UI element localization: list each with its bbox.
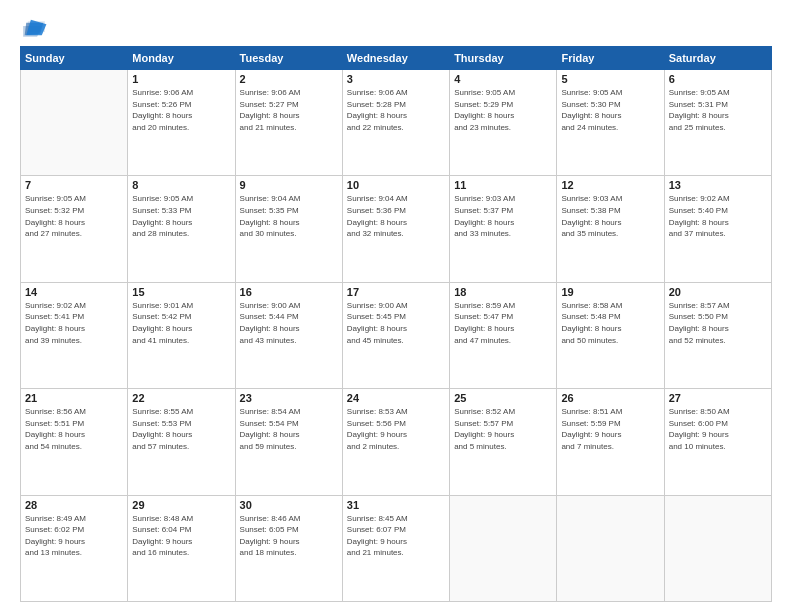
header	[20, 18, 772, 40]
calendar-day-cell: 4Sunrise: 9:05 AM Sunset: 5:29 PM Daylig…	[450, 70, 557, 176]
day-info: Sunrise: 8:51 AM Sunset: 5:59 PM Dayligh…	[561, 406, 659, 452]
weekday-header: Sunday	[21, 47, 128, 70]
day-info: Sunrise: 9:05 AM Sunset: 5:33 PM Dayligh…	[132, 193, 230, 239]
calendar-day-cell: 23Sunrise: 8:54 AM Sunset: 5:54 PM Dayli…	[235, 389, 342, 495]
calendar-day-cell: 18Sunrise: 8:59 AM Sunset: 5:47 PM Dayli…	[450, 282, 557, 388]
calendar-day-cell: 15Sunrise: 9:01 AM Sunset: 5:42 PM Dayli…	[128, 282, 235, 388]
page: SundayMondayTuesdayWednesdayThursdayFrid…	[0, 0, 792, 612]
day-info: Sunrise: 9:02 AM Sunset: 5:41 PM Dayligh…	[25, 300, 123, 346]
calendar-day-cell: 8Sunrise: 9:05 AM Sunset: 5:33 PM Daylig…	[128, 176, 235, 282]
calendar-week-row: 21Sunrise: 8:56 AM Sunset: 5:51 PM Dayli…	[21, 389, 772, 495]
day-number: 13	[669, 179, 767, 191]
day-info: Sunrise: 9:06 AM Sunset: 5:28 PM Dayligh…	[347, 87, 445, 133]
day-number: 9	[240, 179, 338, 191]
calendar-day-cell: 11Sunrise: 9:03 AM Sunset: 5:37 PM Dayli…	[450, 176, 557, 282]
weekday-header: Tuesday	[235, 47, 342, 70]
day-number: 11	[454, 179, 552, 191]
day-number: 29	[132, 499, 230, 511]
calendar-day-cell: 29Sunrise: 8:48 AM Sunset: 6:04 PM Dayli…	[128, 495, 235, 601]
calendar-week-row: 7Sunrise: 9:05 AM Sunset: 5:32 PM Daylig…	[21, 176, 772, 282]
day-info: Sunrise: 9:03 AM Sunset: 5:38 PM Dayligh…	[561, 193, 659, 239]
day-info: Sunrise: 8:50 AM Sunset: 6:00 PM Dayligh…	[669, 406, 767, 452]
calendar-header-row: SundayMondayTuesdayWednesdayThursdayFrid…	[21, 47, 772, 70]
day-number: 26	[561, 392, 659, 404]
calendar-week-row: 14Sunrise: 9:02 AM Sunset: 5:41 PM Dayli…	[21, 282, 772, 388]
day-info: Sunrise: 9:04 AM Sunset: 5:35 PM Dayligh…	[240, 193, 338, 239]
weekday-header: Thursday	[450, 47, 557, 70]
day-number: 31	[347, 499, 445, 511]
calendar-day-cell: 10Sunrise: 9:04 AM Sunset: 5:36 PM Dayli…	[342, 176, 449, 282]
weekday-header: Saturday	[664, 47, 771, 70]
day-info: Sunrise: 8:58 AM Sunset: 5:48 PM Dayligh…	[561, 300, 659, 346]
day-info: Sunrise: 8:52 AM Sunset: 5:57 PM Dayligh…	[454, 406, 552, 452]
day-number: 18	[454, 286, 552, 298]
calendar-day-cell: 6Sunrise: 9:05 AM Sunset: 5:31 PM Daylig…	[664, 70, 771, 176]
weekday-header: Monday	[128, 47, 235, 70]
day-number: 8	[132, 179, 230, 191]
day-info: Sunrise: 9:05 AM Sunset: 5:32 PM Dayligh…	[25, 193, 123, 239]
day-number: 7	[25, 179, 123, 191]
day-info: Sunrise: 9:01 AM Sunset: 5:42 PM Dayligh…	[132, 300, 230, 346]
calendar-week-row: 28Sunrise: 8:49 AM Sunset: 6:02 PM Dayli…	[21, 495, 772, 601]
day-info: Sunrise: 9:05 AM Sunset: 5:30 PM Dayligh…	[561, 87, 659, 133]
day-number: 23	[240, 392, 338, 404]
weekday-header: Wednesday	[342, 47, 449, 70]
day-info: Sunrise: 8:48 AM Sunset: 6:04 PM Dayligh…	[132, 513, 230, 559]
day-number: 25	[454, 392, 552, 404]
day-info: Sunrise: 8:57 AM Sunset: 5:50 PM Dayligh…	[669, 300, 767, 346]
calendar-day-cell: 14Sunrise: 9:02 AM Sunset: 5:41 PM Dayli…	[21, 282, 128, 388]
calendar-day-cell: 1Sunrise: 9:06 AM Sunset: 5:26 PM Daylig…	[128, 70, 235, 176]
calendar-table: SundayMondayTuesdayWednesdayThursdayFrid…	[20, 46, 772, 602]
day-info: Sunrise: 9:05 AM Sunset: 5:31 PM Dayligh…	[669, 87, 767, 133]
calendar-week-row: 1Sunrise: 9:06 AM Sunset: 5:26 PM Daylig…	[21, 70, 772, 176]
calendar-day-cell: 5Sunrise: 9:05 AM Sunset: 5:30 PM Daylig…	[557, 70, 664, 176]
calendar-day-cell: 27Sunrise: 8:50 AM Sunset: 6:00 PM Dayli…	[664, 389, 771, 495]
day-number: 28	[25, 499, 123, 511]
day-info: Sunrise: 8:45 AM Sunset: 6:07 PM Dayligh…	[347, 513, 445, 559]
day-info: Sunrise: 8:46 AM Sunset: 6:05 PM Dayligh…	[240, 513, 338, 559]
day-number: 19	[561, 286, 659, 298]
calendar-day-cell: 30Sunrise: 8:46 AM Sunset: 6:05 PM Dayli…	[235, 495, 342, 601]
day-info: Sunrise: 9:00 AM Sunset: 5:45 PM Dayligh…	[347, 300, 445, 346]
day-number: 27	[669, 392, 767, 404]
day-number: 3	[347, 73, 445, 85]
day-number: 10	[347, 179, 445, 191]
calendar-day-cell: 7Sunrise: 9:05 AM Sunset: 5:32 PM Daylig…	[21, 176, 128, 282]
calendar-day-cell: 12Sunrise: 9:03 AM Sunset: 5:38 PM Dayli…	[557, 176, 664, 282]
day-info: Sunrise: 8:53 AM Sunset: 5:56 PM Dayligh…	[347, 406, 445, 452]
day-number: 30	[240, 499, 338, 511]
day-info: Sunrise: 8:59 AM Sunset: 5:47 PM Dayligh…	[454, 300, 552, 346]
logo-icon	[20, 18, 48, 40]
day-number: 24	[347, 392, 445, 404]
day-number: 1	[132, 73, 230, 85]
calendar-day-cell: 16Sunrise: 9:00 AM Sunset: 5:44 PM Dayli…	[235, 282, 342, 388]
weekday-header: Friday	[557, 47, 664, 70]
calendar-day-cell	[664, 495, 771, 601]
day-number: 2	[240, 73, 338, 85]
calendar-day-cell: 21Sunrise: 8:56 AM Sunset: 5:51 PM Dayli…	[21, 389, 128, 495]
calendar-day-cell: 19Sunrise: 8:58 AM Sunset: 5:48 PM Dayli…	[557, 282, 664, 388]
day-number: 22	[132, 392, 230, 404]
calendar-day-cell	[21, 70, 128, 176]
day-info: Sunrise: 8:54 AM Sunset: 5:54 PM Dayligh…	[240, 406, 338, 452]
day-info: Sunrise: 9:02 AM Sunset: 5:40 PM Dayligh…	[669, 193, 767, 239]
day-info: Sunrise: 9:04 AM Sunset: 5:36 PM Dayligh…	[347, 193, 445, 239]
day-info: Sunrise: 9:05 AM Sunset: 5:29 PM Dayligh…	[454, 87, 552, 133]
calendar-day-cell	[557, 495, 664, 601]
calendar-day-cell: 9Sunrise: 9:04 AM Sunset: 5:35 PM Daylig…	[235, 176, 342, 282]
day-number: 12	[561, 179, 659, 191]
day-number: 21	[25, 392, 123, 404]
day-info: Sunrise: 9:06 AM Sunset: 5:26 PM Dayligh…	[132, 87, 230, 133]
day-number: 14	[25, 286, 123, 298]
day-number: 6	[669, 73, 767, 85]
logo	[20, 18, 52, 40]
calendar-day-cell: 13Sunrise: 9:02 AM Sunset: 5:40 PM Dayli…	[664, 176, 771, 282]
calendar-day-cell: 28Sunrise: 8:49 AM Sunset: 6:02 PM Dayli…	[21, 495, 128, 601]
calendar-day-cell: 2Sunrise: 9:06 AM Sunset: 5:27 PM Daylig…	[235, 70, 342, 176]
calendar-day-cell: 3Sunrise: 9:06 AM Sunset: 5:28 PM Daylig…	[342, 70, 449, 176]
day-info: Sunrise: 8:55 AM Sunset: 5:53 PM Dayligh…	[132, 406, 230, 452]
day-number: 16	[240, 286, 338, 298]
calendar-day-cell	[450, 495, 557, 601]
calendar-day-cell: 20Sunrise: 8:57 AM Sunset: 5:50 PM Dayli…	[664, 282, 771, 388]
calendar-day-cell: 26Sunrise: 8:51 AM Sunset: 5:59 PM Dayli…	[557, 389, 664, 495]
